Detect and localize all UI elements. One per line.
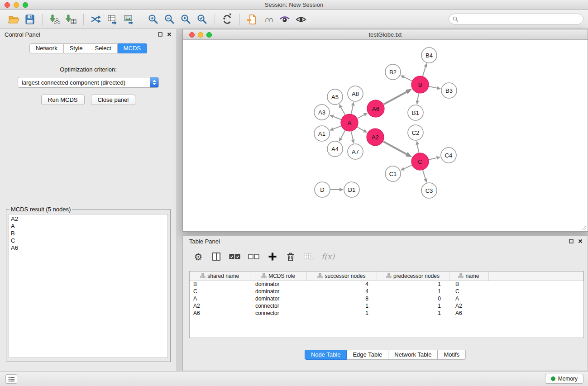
- float-panel-icon[interactable]: [157, 31, 164, 38]
- zoom-fit-button[interactable]: [178, 12, 194, 27]
- edge-A-A8[interactable]: [351, 105, 353, 114]
- table-row[interactable]: Cdominator41C: [190, 288, 583, 295]
- result-item[interactable]: A6: [9, 244, 167, 252]
- node-C1[interactable]: C1: [385, 166, 401, 181]
- resize-grip-icon[interactable]: [581, 225, 587, 230]
- edge-A2-C[interactable]: [383, 142, 407, 154]
- table-row[interactable]: Bdominator41B: [190, 281, 583, 288]
- node-A5[interactable]: A5: [327, 89, 343, 105]
- node-A7[interactable]: A7: [348, 144, 363, 159]
- edge-C-C4[interactable]: [429, 158, 437, 160]
- function-builder-button[interactable]: f(x): [321, 251, 335, 262]
- edge-C-C2[interactable]: [417, 145, 419, 153]
- node-C3[interactable]: C3: [421, 183, 437, 198]
- copy-document-button[interactable]: [244, 12, 260, 27]
- network-window-titlebar[interactable]: testGlobe.txt: [183, 29, 588, 40]
- tab-select[interactable]: Select: [89, 43, 118, 53]
- edge-C-C3[interactable]: [423, 170, 425, 179]
- minimize-window-icon[interactable]: [14, 2, 19, 8]
- edge-A-A7[interactable]: [351, 132, 353, 140]
- save-session-button[interactable]: [22, 12, 38, 27]
- task-history-button[interactable]: [5, 374, 17, 384]
- node-B[interactable]: B: [411, 76, 429, 93]
- edge-B-B4[interactable]: [423, 67, 425, 76]
- edge-B-B1[interactable]: [417, 94, 419, 101]
- edge-A6-B[interactable]: [384, 92, 407, 104]
- node-B1[interactable]: B1: [408, 105, 423, 120]
- tab-node-table[interactable]: Node Table: [305, 350, 347, 360]
- open-session-button[interactable]: [5, 12, 22, 27]
- home-views-button[interactable]: ⌂⌂: [260, 12, 277, 27]
- edge-A-A4[interactable]: [341, 131, 345, 138]
- import-table-button[interactable]: [63, 12, 79, 27]
- node-D[interactable]: D: [315, 182, 330, 197]
- node-C[interactable]: C: [411, 153, 429, 170]
- optimization-criterion-select[interactable]: largest connected component (directed): [18, 77, 159, 88]
- node-A8[interactable]: A8: [348, 86, 363, 101]
- tab-motifs[interactable]: Motifs: [438, 350, 466, 360]
- export-table-button[interactable]: [104, 12, 120, 27]
- result-item[interactable]: A2: [9, 215, 167, 223]
- table-row[interactable]: A2connector11A2: [190, 302, 583, 310]
- search-input[interactable]: [461, 16, 579, 22]
- zoom-in-button[interactable]: [145, 12, 162, 27]
- edge-B-B2[interactable]: [404, 77, 411, 81]
- node-C4[interactable]: C4: [441, 148, 456, 163]
- apply-layout-button[interactable]: [219, 12, 235, 27]
- network-canvas[interactable]: B4B2BB3A5A8A6B1A3AC2A1A2A4A7C4CC1C3DD1: [183, 40, 588, 232]
- close-panel-button[interactable]: Close panel: [91, 95, 136, 105]
- result-item[interactable]: A: [9, 223, 167, 230]
- close-network-window-icon[interactable]: [189, 32, 195, 38]
- zoom-network-window-icon[interactable]: [206, 32, 212, 38]
- select-all-rows-button[interactable]: [229, 251, 241, 262]
- delete-table-button-disabled[interactable]: [303, 251, 314, 262]
- result-item[interactable]: C: [9, 237, 167, 244]
- network-window-controls[interactable]: [189, 32, 212, 38]
- node-A2[interactable]: A2: [367, 129, 384, 146]
- node-A1[interactable]: A1: [314, 126, 330, 141]
- node-B3[interactable]: B3: [441, 83, 457, 98]
- node-A[interactable]: A: [341, 114, 358, 131]
- tab-edge-table[interactable]: Edge Table: [347, 350, 388, 360]
- deselect-all-rows-button[interactable]: [248, 251, 260, 262]
- edge-A-A3[interactable]: [333, 117, 341, 119]
- column-header-predecessor-nodes[interactable]: predecessor nodes: [377, 272, 449, 281]
- create-column-button[interactable]: [267, 251, 278, 262]
- table-row[interactable]: A6connector11A6: [190, 310, 583, 317]
- float-table-panel-icon[interactable]: [568, 238, 575, 245]
- node-A3[interactable]: A3: [314, 105, 330, 120]
- import-network-button[interactable]: [47, 12, 63, 27]
- result-item[interactable]: B: [9, 230, 167, 237]
- column-header-shared-name[interactable]: shared name: [190, 272, 250, 281]
- show-columns-button[interactable]: [211, 251, 222, 262]
- tab-network-table[interactable]: Network Table: [388, 350, 438, 360]
- zoom-window-icon[interactable]: [23, 2, 28, 8]
- edge-C-C1[interactable]: [404, 165, 412, 169]
- node-A4[interactable]: A4: [327, 141, 343, 157]
- window-controls[interactable]: [5, 2, 28, 8]
- zoom-selected-button[interactable]: [194, 12, 210, 27]
- edge-A-A1[interactable]: [333, 126, 341, 129]
- column-header-successor-nodes[interactable]: successor nodes: [306, 272, 377, 281]
- run-mcds-button[interactable]: Run MCDS: [41, 95, 85, 105]
- toggle-bird-view-button[interactable]: [293, 12, 309, 27]
- export-image-button[interactable]: [120, 12, 137, 27]
- table-row[interactable]: Adominator80A: [190, 295, 583, 302]
- zoom-out-button[interactable]: [162, 12, 178, 27]
- close-panel-icon[interactable]: [166, 31, 173, 38]
- edge-B-B3[interactable]: [429, 86, 437, 88]
- node-C2[interactable]: C2: [408, 125, 423, 140]
- column-header-name[interactable]: name: [449, 272, 488, 281]
- node-D1[interactable]: D1: [344, 182, 359, 197]
- delete-column-button[interactable]: [285, 251, 296, 262]
- edge-A-A5[interactable]: [341, 108, 345, 115]
- tab-mcds[interactable]: MCDS: [118, 43, 147, 53]
- close-table-panel-icon[interactable]: [577, 238, 584, 245]
- close-window-icon[interactable]: [5, 2, 10, 8]
- edge-A-A2[interactable]: [357, 127, 363, 131]
- minimize-network-window-icon[interactable]: [198, 32, 203, 38]
- table-settings-button[interactable]: ⚙: [193, 251, 204, 262]
- node-A6[interactable]: A6: [367, 100, 384, 117]
- edge-A-A6[interactable]: [358, 115, 364, 119]
- tab-style[interactable]: Style: [64, 43, 89, 53]
